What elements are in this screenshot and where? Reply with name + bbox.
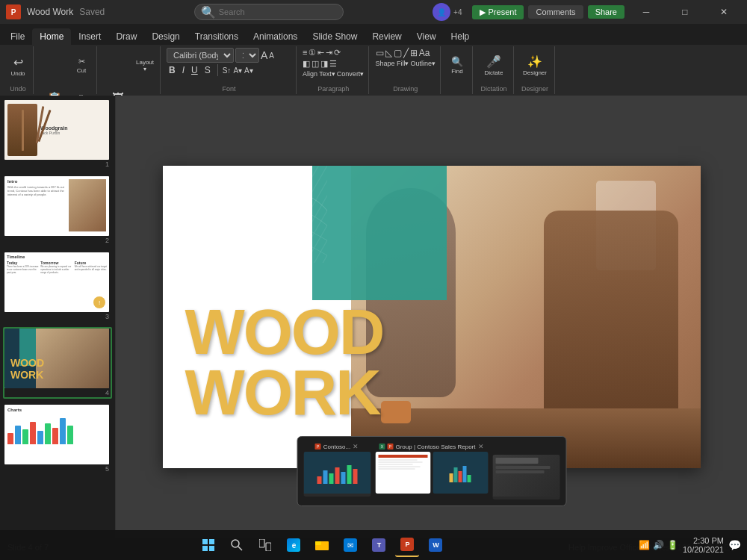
decorative-lines <box>163 166 327 263</box>
battery-icon[interactable]: 🔋 <box>667 540 678 550</box>
numbered-list-button[interactable]: ① <box>309 48 316 57</box>
align-center-button[interactable]: ◫ <box>311 59 319 69</box>
explorer-icon-button[interactable] <box>310 533 334 557</box>
bold-button[interactable]: B <box>167 64 178 76</box>
close-button[interactable]: ✕ <box>707 0 741 24</box>
align-right-button[interactable]: ◨ <box>320 59 328 69</box>
popup-item-3[interactable] <box>492 443 560 500</box>
tab-home[interactable]: Home <box>32 28 71 45</box>
font-highlight-button[interactable]: A▾ <box>244 66 253 75</box>
popup-thumb-2b[interactable] <box>433 452 488 494</box>
slide-thumb-4[interactable]: WOOD WORK 4 <box>3 327 112 399</box>
text-direction-button[interactable]: ⟳ <box>334 48 341 57</box>
popup-close-1[interactable]: ✕ <box>353 443 359 450</box>
task-view-button[interactable] <box>253 533 277 557</box>
layout-button[interactable]: Layout ▾ <box>134 48 155 84</box>
font-size-select[interactable]: 11 <box>235 48 259 63</box>
shape-fill-button[interactable]: Shape Fill▾ <box>375 60 409 67</box>
search-input[interactable] <box>219 7 323 16</box>
strikethrough-button[interactable]: S <box>202 64 213 76</box>
tab-insert[interactable]: Insert <box>71 28 108 45</box>
shape-right-angle[interactable]: ◺ <box>385 48 392 58</box>
decrease-indent-button[interactable]: ⇤ <box>317 48 324 57</box>
convert-smartart-button[interactable]: Convert▾ <box>337 70 365 78</box>
edge-icon-button[interactable]: e <box>282 533 306 557</box>
increase-indent-button[interactable]: ⇥ <box>326 48 332 57</box>
font-increase-button[interactable]: A <box>261 49 267 61</box>
dictate-button[interactable]: 🎤 Dictate <box>479 48 509 84</box>
underline-button[interactable]: U <box>189 64 200 76</box>
word-icon-button[interactable]: W <box>424 533 447 557</box>
svg-line-7 <box>238 547 242 550</box>
clock[interactable]: 2:30 PM 10/20/2021 <box>683 536 724 554</box>
teams-icon-button[interactable]: T <box>367 533 391 557</box>
slide-thumb-2[interactable]: Intro With the world turning towards a D… <box>3 175 112 246</box>
popup-ppt-icon-2: P <box>387 444 393 449</box>
find-button[interactable]: 🔍 Find <box>447 48 468 84</box>
tab-draw[interactable]: Draw <box>108 28 144 45</box>
search-bar[interactable]: 🔍 <box>194 4 344 20</box>
restore-button[interactable]: □ <box>668 0 702 24</box>
tab-help[interactable]: Help <box>444 28 477 45</box>
designer-button[interactable]: ✨ Designer <box>520 48 550 84</box>
minimize-button[interactable]: ─ <box>629 0 663 24</box>
slide-thumb-5[interactable]: Charts 5 <box>3 403 112 475</box>
slide-5-number: 5 <box>4 464 111 473</box>
align-text-button[interactable]: Align Text▾ <box>303 70 335 78</box>
text-shadow-button[interactable]: S↑ <box>223 66 232 75</box>
tab-transitions[interactable]: Transitions <box>187 28 246 45</box>
bullet-list-button[interactable]: ≡ <box>303 48 307 57</box>
designer-icon: ✨ <box>527 56 542 68</box>
tab-review[interactable]: Review <box>365 28 409 45</box>
mail-icon-button[interactable]: ✉ <box>338 533 362 557</box>
taskbar-search-button[interactable] <box>225 533 249 557</box>
popup-close-2[interactable]: ✕ <box>478 443 484 450</box>
shape-square[interactable]: ▭ <box>376 48 384 58</box>
popup-thumb-2a[interactable] <box>375 452 430 494</box>
slide-panel[interactable]: Woodgrain Jack Purton 1 Intro With the w… <box>0 96 116 538</box>
main-slide-canvas[interactable]: WOOD WORK <box>163 166 701 468</box>
slide-thumb-1[interactable]: Woodgrain Jack Purton 1 <box>3 99 112 170</box>
italic-button[interactable]: I <box>180 64 187 76</box>
font-decrease-button[interactable]: A <box>269 52 274 60</box>
align-left-button[interactable]: ◧ <box>303 59 310 69</box>
slide-thumb-3[interactable]: Timeline Today There has been a 20% incr… <box>3 251 112 323</box>
start-button[interactable] <box>196 533 220 557</box>
tab-slideshow[interactable]: Slide Show <box>305 28 365 45</box>
taskbar-right: 📶 🔊 🔋 2:30 PM 10/20/2021 💬 <box>639 536 741 554</box>
ribbon-group-undo: ↩ Undo Undo <box>3 46 34 94</box>
popup-thumb-1[interactable] <box>303 452 371 497</box>
cut-button[interactable]: ✂ Cut <box>71 48 92 84</box>
ribbon-group-font: Calibri (Body) 11 A A B I U S S↑ A▾ A▾ F… <box>162 46 297 94</box>
comments-button[interactable]: Comments <box>528 5 583 19</box>
align-justify-button[interactable]: ☰ <box>329 59 337 69</box>
popup-thumb-3[interactable] <box>492 455 560 500</box>
present-button[interactable]: ▶ Present <box>472 5 524 19</box>
ribbon-group-drawing: ▭ ◺ ▢ ╱ ⊞ Aa Shape Fill▾ Outline▾ Drawin… <box>371 46 441 94</box>
undo-button[interactable]: ↩ Undo <box>7 49 28 84</box>
teams-icon: T <box>372 538 385 552</box>
arrange-button[interactable]: ⊞ <box>410 48 418 58</box>
tab-animations[interactable]: Animations <box>246 28 305 45</box>
popup-ppt-icon-1: P <box>315 444 321 449</box>
share-button[interactable]: Share <box>588 5 624 19</box>
shape-line[interactable]: ╱ <box>403 48 409 58</box>
tab-file[interactable]: File <box>3 28 32 45</box>
notification-icon[interactable]: 💬 <box>728 539 741 551</box>
shape-rounded-rect[interactable]: ▢ <box>394 48 402 58</box>
slide-4-number: 4 <box>4 388 111 397</box>
popup-item-2[interactable]: X P Group | Contoso Sales Report ✕ <box>375 443 488 500</box>
font-color-button[interactable]: A▾ <box>233 66 242 75</box>
svg-rect-9 <box>266 543 271 551</box>
slide-4-photo <box>36 329 109 388</box>
tab-view[interactable]: View <box>409 28 444 45</box>
shape-outline-button[interactable]: Outline▾ <box>410 60 436 67</box>
tab-design[interactable]: Design <box>144 28 187 45</box>
volume-icon[interactable]: 🔊 <box>653 540 664 550</box>
quick-styles-button[interactable]: Aa <box>419 48 430 58</box>
font-family-select[interactable]: Calibri (Body) <box>167 48 234 63</box>
popup-item-1[interactable]: P Contoso... ✕ <box>303 443 371 500</box>
svg-rect-8 <box>259 539 264 547</box>
network-icon[interactable]: 📶 <box>639 540 650 550</box>
powerpoint-icon-button[interactable]: P <box>395 533 419 557</box>
